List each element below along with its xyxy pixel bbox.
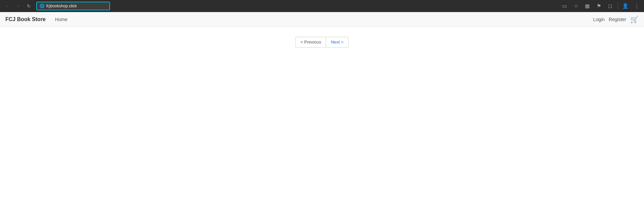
toolbar-divider [618, 3, 618, 9]
extension-icon[interactable]: ◻ [605, 1, 615, 11]
pagination: < Previous Next > [296, 37, 349, 48]
favicon-icon: 🌐 [40, 4, 44, 8]
cast-icon[interactable]: ▭ [560, 1, 569, 11]
login-link[interactable]: Login [593, 17, 605, 22]
browser-nav-buttons: ← → ↻ [3, 1, 34, 11]
browser-toolbar-right: ▭ ☆ ▦ ⚑ ◻ 👤 ⋮ [560, 1, 641, 11]
menu-icon[interactable]: ⋮ [632, 1, 641, 11]
address-bar-container: 🌐 fcjbookshop.click [36, 2, 204, 10]
address-bar[interactable]: 🌐 fcjbookshop.click [36, 2, 110, 10]
browser-chrome: ← → ↻ 🌐 fcjbookshop.click ▭ ☆ ▦ ⚑ ◻ 👤 ⋮ [0, 0, 644, 12]
profile-icon[interactable]: 👤 [621, 1, 630, 11]
main-content: < Previous Next > [0, 27, 644, 221]
next-button[interactable]: Next > [326, 37, 348, 48]
flag-icon[interactable]: ⚑ [594, 1, 603, 11]
url-text: fcjbookshop.click [46, 4, 107, 8]
home-nav-link[interactable]: Home [52, 15, 70, 23]
back-button[interactable]: ← [3, 1, 12, 11]
forward-button[interactable]: → [13, 1, 23, 11]
reload-button[interactable]: ↻ [24, 1, 34, 11]
register-link[interactable]: Register [609, 17, 626, 22]
previous-button[interactable]: < Previous [296, 37, 326, 48]
brand-logo[interactable]: FCJ Book Store [5, 16, 46, 22]
navbar: FCJ Book Store Home Login Register 🛒 [0, 12, 644, 27]
navbar-right: Login Register 🛒 [593, 15, 639, 23]
cart-icon[interactable]: 🛒 [630, 15, 639, 23]
bookmark-icon[interactable]: ☆ [571, 1, 581, 11]
screenshot-icon[interactable]: ▦ [583, 1, 592, 11]
